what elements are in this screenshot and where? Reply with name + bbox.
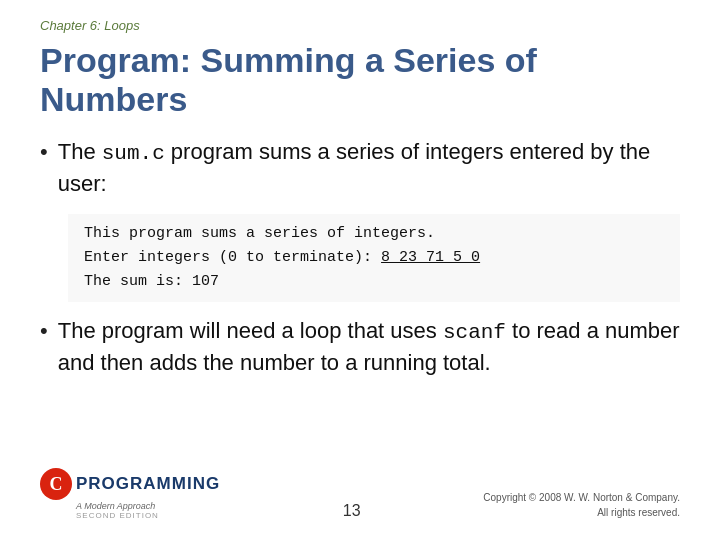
logo-c-letter: C xyxy=(40,468,72,500)
code-line-1: This program sums a series of integers. xyxy=(84,225,435,242)
bullet-text-2: The program will need a loop that uses s… xyxy=(58,316,680,377)
code-inline-scanf: scanf xyxy=(443,321,506,344)
bullet-dot-2: • xyxy=(40,318,48,344)
code-line-2: Enter integers (0 to terminate): 8 23 71… xyxy=(84,249,480,266)
bullet-dot-1: • xyxy=(40,139,48,165)
page-number: 13 xyxy=(220,502,483,520)
logo-c-row: C PROGRAMMING xyxy=(40,468,220,500)
content-area: • The sum.c program sums a series of int… xyxy=(40,137,680,460)
logo-sub-text: A Modern Approach xyxy=(76,501,155,511)
logo-area: C PROGRAMMING A Modern Approach SECOND E… xyxy=(40,468,220,520)
footer: C PROGRAMMING A Modern Approach SECOND E… xyxy=(40,460,680,520)
bullet-item-2: • The program will need a loop that uses… xyxy=(40,316,680,377)
code-underline-numbers: 8 23 71 5 0 xyxy=(381,249,480,266)
bullet-item-1: • The sum.c program sums a series of int… xyxy=(40,137,680,198)
logo-edition-text: SECOND EDITION xyxy=(76,511,159,520)
code-inline-sum: sum.c xyxy=(102,142,165,165)
copyright-text: Copyright © 2008 W. W. Norton & Company.… xyxy=(483,490,680,520)
logo-main-text: PROGRAMMING xyxy=(76,474,220,494)
slide-title: Program: Summing a Series of Numbers xyxy=(40,41,680,119)
bullet-text-1: The sum.c program sums a series of integ… xyxy=(58,137,680,198)
chapter-label: Chapter 6: Loops xyxy=(40,18,680,33)
code-block: This program sums a series of integers. … xyxy=(68,214,680,302)
slide: Chapter 6: Loops Program: Summing a Seri… xyxy=(0,0,720,540)
code-line-3: The sum is: 107 xyxy=(84,273,219,290)
